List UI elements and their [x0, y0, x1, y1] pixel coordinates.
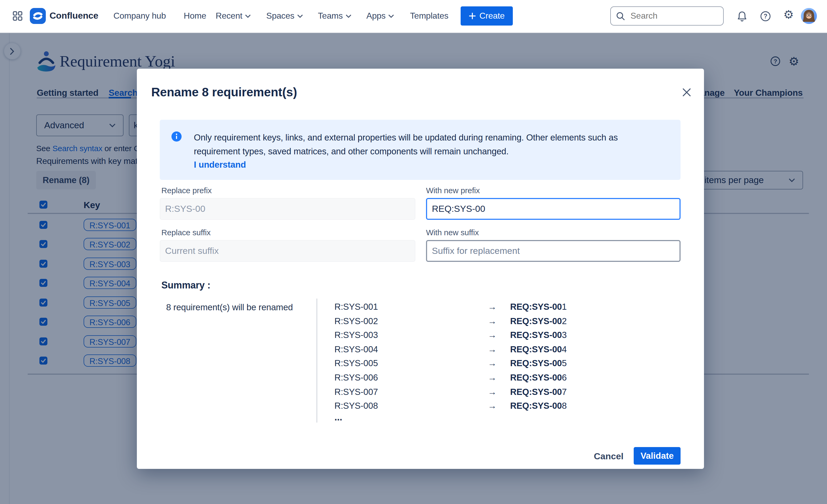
- summary-divider: [316, 298, 317, 423]
- arrow-right-icon: →: [488, 387, 497, 397]
- replace-suffix-label: Replace suffix: [161, 228, 211, 237]
- global-search[interactable]: [610, 6, 724, 25]
- arrow-right-icon: →: [488, 316, 497, 326]
- info-banner-text: Only requirement keys, links, and extern…: [194, 130, 618, 158]
- replace-prefix-label: Replace prefix: [161, 186, 212, 195]
- brand-name: Confluence: [50, 11, 98, 21]
- info-icon: [172, 131, 182, 142]
- validate-button[interactable]: Validate: [634, 447, 681, 465]
- replace-prefix-input[interactable]: [160, 198, 416, 220]
- arrow-right-icon: →: [488, 302, 497, 312]
- gear-icon[interactable]: ⚙: [783, 9, 794, 20]
- nav-item-home[interactable]: Home: [184, 0, 206, 32]
- confluence-logo-icon[interactable]: [30, 8, 46, 24]
- search-input[interactable]: [629, 11, 712, 21]
- rename-dialog: Rename 8 requirement(s) Only requirement…: [137, 69, 704, 468]
- chevron-down-icon: [388, 14, 394, 18]
- avatar[interactable]: [801, 8, 817, 24]
- new-prefix-label: With new prefix: [426, 186, 480, 195]
- summary-ellipsis: ...: [334, 412, 342, 423]
- chevron-down-icon: [345, 14, 351, 18]
- rename-preview-row: R:SYS-008→ REQ:SYS-008: [334, 400, 675, 414]
- nav-item-apps[interactable]: Apps: [367, 0, 394, 32]
- new-prefix-input[interactable]: [426, 198, 680, 220]
- rename-preview-list: R:SYS-001→ REQ:SYS-001 R:SYS-002→ REQ:SY…: [334, 301, 675, 414]
- rename-preview-row: R:SYS-006→ REQ:SYS-006: [334, 372, 675, 386]
- rename-preview-row: R:SYS-003→ REQ:SYS-003: [334, 329, 675, 343]
- arrow-right-icon: →: [488, 401, 497, 411]
- plus-icon: [469, 12, 476, 20]
- rename-preview-row: R:SYS-005→ REQ:SYS-005: [334, 357, 675, 372]
- info-banner: Only requirement keys, links, and extern…: [160, 120, 681, 180]
- bell-icon[interactable]: [736, 11, 748, 22]
- create-button[interactable]: Create: [460, 6, 513, 25]
- rename-preview-row: R:SYS-001→ REQ:SYS-001: [334, 301, 675, 315]
- search-icon: [616, 11, 625, 20]
- rename-preview-row: R:SYS-004→ REQ:SYS-004: [334, 343, 675, 357]
- help-icon[interactable]: ?: [760, 11, 771, 22]
- dialog-title: Rename 8 requirement(s): [151, 85, 297, 100]
- nav-item-templates[interactable]: Templates: [410, 0, 448, 32]
- summary-heading: Summary :: [161, 280, 210, 291]
- nav-item-recent[interactable]: Recent: [216, 0, 251, 32]
- app-switcher-icon[interactable]: [13, 11, 22, 21]
- nav-item-company-hub[interactable]: Company hub: [113, 0, 166, 32]
- summary-count: 8 requirement(s) will be renamed: [166, 302, 293, 313]
- top-navigation: Confluence Company hub Home Recent Space…: [0, 0, 827, 33]
- arrow-right-icon: →: [488, 344, 497, 354]
- chevron-down-icon: [297, 14, 303, 18]
- nav-item-teams[interactable]: Teams: [318, 0, 351, 32]
- svg-text:?: ?: [764, 13, 767, 20]
- nav-item-spaces[interactable]: Spaces: [266, 0, 303, 32]
- i-understand-link[interactable]: I understand: [194, 160, 246, 170]
- rename-preview-row: R:SYS-007→ REQ:SYS-007: [334, 386, 675, 400]
- chevron-down-icon: [245, 14, 251, 18]
- rename-preview-row: R:SYS-002→ REQ:SYS-002: [334, 315, 675, 329]
- close-icon[interactable]: [681, 86, 692, 98]
- arrow-right-icon: →: [488, 330, 497, 340]
- new-suffix-input[interactable]: [426, 240, 680, 262]
- new-suffix-label: With new suffix: [426, 228, 479, 237]
- application-root: Confluence Company hub Home Recent Space…: [0, 0, 827, 504]
- cancel-button[interactable]: Cancel: [589, 450, 629, 463]
- arrow-right-icon: →: [488, 358, 497, 369]
- arrow-right-icon: →: [488, 373, 497, 383]
- replace-suffix-input[interactable]: [160, 240, 416, 262]
